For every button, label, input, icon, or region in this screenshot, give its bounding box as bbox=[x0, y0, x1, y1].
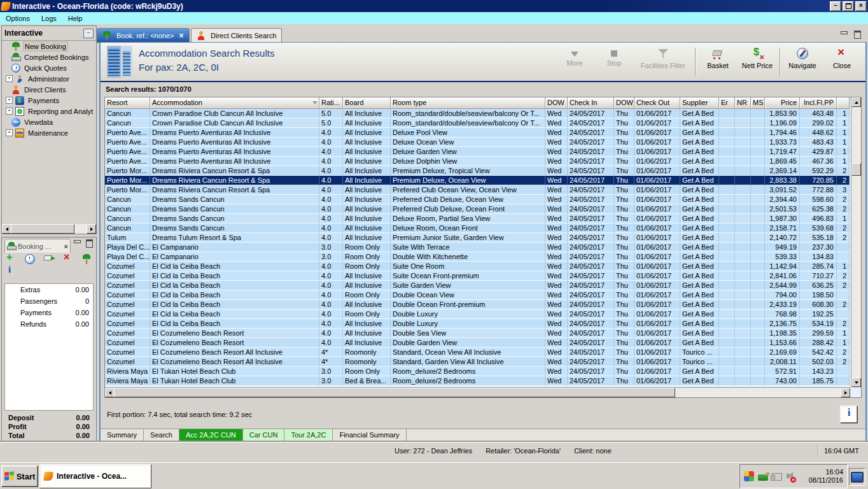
palm-tree-icon[interactable] bbox=[82, 254, 92, 264]
table-row[interactable]: CozumelEl Cid la Ceiba Beach4.0Room Only… bbox=[105, 309, 850, 319]
table-row[interactable]: Puerto Ave...Dreams Puerto Aventuras All… bbox=[105, 128, 850, 138]
column-header-accommodation[interactable]: Accommodation bbox=[150, 97, 319, 109]
grid-vscrollbar[interactable] bbox=[851, 97, 861, 387]
task-button[interactable]: Interactive - Ocea... bbox=[39, 464, 151, 488]
table-row[interactable]: CancunCrown Paradise Club Cancun All Inc… bbox=[105, 109, 850, 118]
cart-add-icon[interactable] bbox=[44, 254, 54, 264]
basket-button[interactable]: Basket bbox=[698, 45, 738, 69]
booking-minimize-icon[interactable] bbox=[73, 239, 81, 246]
table-row[interactable]: CozumelEl Cid la Ceiba Beach4.0All Inclu… bbox=[105, 300, 850, 309]
column-header-check-in[interactable]: Check In bbox=[568, 97, 614, 109]
bottom-tab-acc-2a-2c-cun[interactable]: Acc 2A,2C CUN bbox=[179, 429, 243, 441]
menu-item-logs[interactable]: Logs bbox=[36, 13, 62, 24]
table-row[interactable]: CancunDreams Sands Cancun4.0All Inclusiv… bbox=[105, 223, 850, 233]
table-row[interactable]: Puerto Ave...Dreams Puerto Aventuras All… bbox=[105, 138, 850, 147]
sidebar-item-quick-quotes[interactable]: Quick Quotes bbox=[2, 62, 96, 73]
minimize-button[interactable]: – bbox=[830, 1, 841, 11]
booking-maximize-icon[interactable] bbox=[85, 239, 94, 246]
table-row[interactable]: Playa Del C...El Campanario3.0Room OnlyD… bbox=[105, 252, 850, 262]
booking-tab-close-icon[interactable]: × bbox=[64, 243, 68, 250]
scroll-left-arrow[interactable] bbox=[2, 224, 11, 234]
column-header-incl-fl-pp[interactable]: Incl.Fl.PP bbox=[800, 97, 837, 109]
bottom-tab-car-cun[interactable]: Car CUN bbox=[243, 429, 285, 441]
scroll-down-arrow[interactable] bbox=[851, 378, 861, 387]
close-window-button[interactable]: × bbox=[855, 1, 867, 11]
tree-expander-icon[interactable]: + bbox=[6, 108, 13, 115]
table-row[interactable]: CozumelEl Cid la Ceiba Beach4.0Room Only… bbox=[105, 262, 850, 271]
sidebar-item-payments[interactable]: +Payments bbox=[2, 95, 96, 106]
column-header-rati-[interactable]: Rati... bbox=[319, 97, 343, 109]
tab-direct-clients-search[interactable]: Direct Clients Search bbox=[191, 28, 282, 43]
panel-collapse-button[interactable]: – bbox=[83, 29, 94, 38]
navigate-button[interactable]: Navigate bbox=[783, 45, 822, 69]
sidebar-item-viewdata[interactable]: Viewdata bbox=[2, 117, 96, 127]
page-maximize-icon[interactable] bbox=[853, 31, 862, 38]
volume-muted-icon[interactable] bbox=[786, 471, 796, 481]
table-row[interactable]: Riviera MayaEl Tukan Hotel Beach Club3.0… bbox=[105, 367, 850, 376]
tree-expander-icon[interactable]: + bbox=[6, 97, 13, 104]
scroll-thumb[interactable] bbox=[851, 163, 861, 176]
column-header-room-type[interactable]: Room type bbox=[391, 97, 545, 109]
scroll-left-arrow[interactable] bbox=[105, 388, 115, 397]
security-icon[interactable] bbox=[744, 471, 754, 481]
sidebar-item-new-booking[interactable]: New Booking bbox=[2, 41, 96, 52]
table-row[interactable]: Puerto Ave...Dreams Puerto Aventuras All… bbox=[105, 147, 850, 157]
table-row[interactable]: Puerto Ave...Dreams Puerto Aventuras All… bbox=[105, 157, 850, 166]
table-row[interactable]: CozumelEl Cid la Ceiba Beach4.0All Inclu… bbox=[105, 281, 850, 290]
sidebar-item-administrator[interactable]: +Administrator bbox=[2, 73, 96, 84]
column-header-board[interactable]: Board bbox=[343, 97, 391, 109]
table-row[interactable]: Riviera MayaEl Tukan Hotel Beach Club3.0… bbox=[105, 376, 850, 386]
scroll-right-arrow[interactable] bbox=[87, 224, 96, 234]
table-row[interactable]: CancunDreams Sands Cancun4.0All Inclusiv… bbox=[105, 214, 850, 223]
tree-expander-icon[interactable]: + bbox=[6, 129, 13, 136]
bottom-tab-summary[interactable]: Summary bbox=[101, 429, 144, 441]
column-header-price[interactable]: Price bbox=[765, 97, 800, 109]
tree-expander-icon[interactable]: + bbox=[6, 75, 13, 82]
info-button[interactable]: i bbox=[840, 406, 858, 423]
column-header-dow[interactable]: DOW bbox=[614, 97, 634, 109]
table-row[interactable]: TulumDreams Tulum Resort & Spa4.0All Inc… bbox=[105, 233, 850, 243]
scroll-up-arrow[interactable] bbox=[851, 97, 861, 107]
column-header-supplier[interactable]: Supplier bbox=[680, 97, 719, 109]
menu-item-options[interactable]: Options bbox=[0, 13, 36, 24]
bottom-tab-financial-summary[interactable]: Financial Summary bbox=[333, 429, 406, 441]
nett-price-button[interactable]: Nett Price bbox=[738, 45, 777, 69]
column-header-resort[interactable]: Resort bbox=[105, 97, 150, 109]
table-row[interactable]: Puerto Mor...Dreams Riviera Cancun Resor… bbox=[105, 166, 850, 176]
table-row[interactable]: CozumelEl Cid la Ceiba Beach4.0All Inclu… bbox=[105, 319, 850, 329]
grid-hscrollbar[interactable] bbox=[105, 387, 850, 397]
column-header-er[interactable]: Er bbox=[719, 97, 735, 109]
column-header-ms[interactable]: MS bbox=[751, 97, 765, 109]
sidebar-item-direct-clients[interactable]: Direct Clients bbox=[2, 84, 96, 95]
redx-icon[interactable] bbox=[63, 254, 73, 264]
table-row[interactable]: CozumelEl Cozumeleno Beach Resort4.0All … bbox=[105, 338, 850, 348]
tab-close-icon[interactable]: × bbox=[179, 31, 184, 40]
page-minimize-icon[interactable] bbox=[840, 31, 848, 38]
restore-button[interactable] bbox=[843, 1, 854, 11]
tab-book-ref-none-[interactable]: Book. ref.: <none>× bbox=[97, 28, 190, 43]
sidebar-item-reporting-and-analyt[interactable]: +Reporting and Analyt bbox=[2, 106, 96, 117]
network-icon[interactable] bbox=[772, 473, 782, 481]
table-row[interactable]: CozumelEl Cid la Ceiba Beach4.0Room Only… bbox=[105, 290, 850, 300]
scroll-thumb[interactable] bbox=[11, 224, 74, 234]
bottom-tab-search[interactable]: Search bbox=[144, 429, 179, 441]
plus-icon[interactable] bbox=[6, 254, 16, 264]
info-icon[interactable] bbox=[6, 266, 13, 274]
table-row[interactable]: CozumelEl Cid la Ceiba Beach4.0All Inclu… bbox=[105, 271, 850, 281]
table-row[interactable]: CancunDreams Sands Cancun4.0All Inclusiv… bbox=[105, 204, 850, 214]
table-row[interactable]: CancunCrown Paradise Club Cancun All Inc… bbox=[105, 118, 850, 128]
tree-hscrollbar[interactable] bbox=[2, 224, 96, 234]
menu-item-help[interactable]: Help bbox=[62, 13, 88, 24]
sidebar-item-maintenance[interactable]: +Maintenance bbox=[2, 127, 96, 138]
scroll-right-arrow[interactable] bbox=[841, 388, 850, 397]
clock-icon[interactable] bbox=[25, 254, 35, 264]
start-button[interactable]: Start bbox=[1, 465, 38, 487]
bottom-tab-tour-2a-2c[interactable]: Tour 2A,2C bbox=[284, 429, 333, 441]
sidebar-item-completed-bookings[interactable]: Completed Bookings bbox=[2, 52, 96, 62]
column-header-nr[interactable]: NR bbox=[735, 97, 751, 109]
table-row[interactable]: CozumelEl Cozumeleno Beach Resort All In… bbox=[105, 357, 850, 367]
net-card-icon[interactable] bbox=[758, 474, 768, 481]
table-row[interactable]: CozumelEl Cozumeleno Beach Resort4.0All … bbox=[105, 329, 850, 338]
table-row[interactable]: CancunDreams Sands Cancun4.0All Inclusiv… bbox=[105, 195, 850, 204]
table-row[interactable]: CozumelEl Cozumeleno Beach Resort All In… bbox=[105, 348, 850, 357]
